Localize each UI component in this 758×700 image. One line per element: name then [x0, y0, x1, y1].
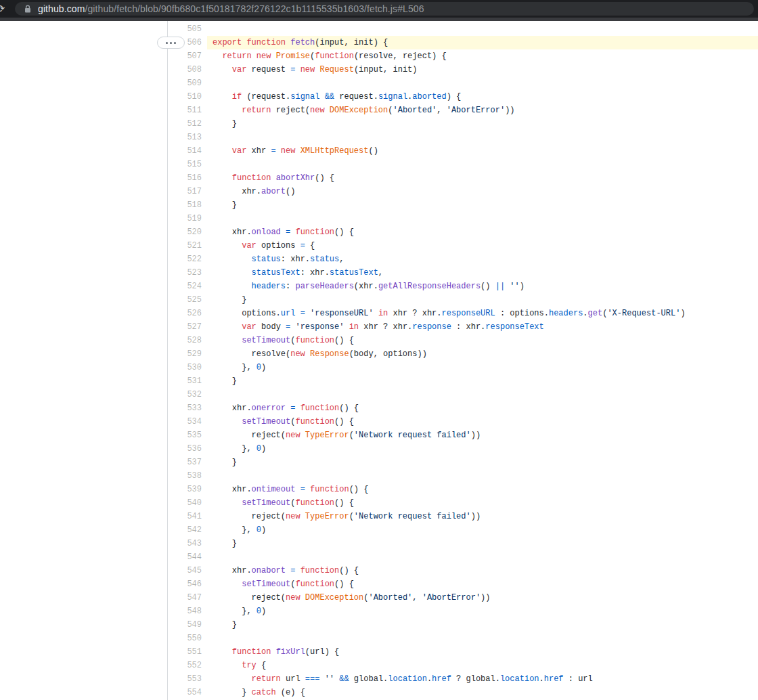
code-line: 538	[0, 469, 758, 483]
code-text: return url === '' && global.location.hre…	[207, 672, 758, 686]
line-number[interactable]: 544	[0, 550, 207, 564]
code-line: 523 statusText: xhr.statusText,	[0, 266, 758, 280]
line-number[interactable]: 521	[0, 239, 207, 253]
code-text: setTimeout(function() {	[207, 577, 758, 591]
code-text: reject(new DOMException('Aborted', 'Abor…	[207, 591, 758, 605]
line-number[interactable]: 545	[0, 564, 207, 577]
line-number[interactable]: 549	[0, 618, 207, 632]
line-number[interactable]: 517	[0, 185, 207, 198]
code-line: 524 headers: parseHeaders(xhr.getAllResp…	[0, 280, 758, 293]
line-number[interactable]: 538	[0, 469, 207, 483]
line-number[interactable]: 509	[0, 76, 207, 90]
line-number[interactable]: 532	[0, 388, 207, 401]
code-line: 522 status: xhr.status,	[0, 253, 758, 266]
line-number[interactable]: 511	[0, 104, 207, 117]
code-text	[207, 550, 758, 564]
code-text: xhr.abort()	[207, 185, 758, 198]
line-number[interactable]: 535	[0, 429, 207, 442]
line-number[interactable]: 516	[0, 171, 207, 185]
line-number[interactable]: 533	[0, 401, 207, 415]
line-number[interactable]: 523	[0, 266, 207, 280]
line-number[interactable]: 550	[0, 632, 207, 645]
line-number[interactable]: 543	[0, 537, 207, 550]
code-text: export function fetch(input, init) {	[207, 36, 758, 49]
page-content: 505506export function fetch(input, init)…	[0, 21, 758, 700]
code-text: xhr.onabort = function() {	[207, 564, 758, 577]
code-line: 510 if (request.signal && request.signal…	[0, 90, 758, 104]
line-number[interactable]: 541	[0, 510, 207, 523]
code-text: var request = new Request(input, init)	[207, 63, 758, 76]
code-text: try {	[207, 659, 758, 672]
code-line: 527 var body = 'response' in xhr ? xhr.r…	[0, 320, 758, 334]
line-number[interactable]: 527	[0, 320, 207, 334]
code-line: 548 }, 0)	[0, 605, 758, 618]
line-number[interactable]: 554	[0, 686, 207, 699]
line-number[interactable]: 512	[0, 117, 207, 131]
line-number[interactable]: 514	[0, 144, 207, 158]
code-text: function abortXhr() {	[207, 171, 758, 185]
line-number[interactable]: 515	[0, 158, 207, 171]
address-bar[interactable]: github.com/github/fetch/blob/90fb680c1f5…	[15, 2, 754, 16]
code-line: 525 }	[0, 293, 758, 307]
line-number[interactable]: 542	[0, 523, 207, 537]
line-number[interactable]: 507	[0, 49, 207, 63]
code-text	[207, 212, 758, 225]
code-text: return reject(new DOMException('Aborted'…	[207, 104, 758, 117]
code-line: 521 var options = {	[0, 239, 758, 253]
code-text	[207, 632, 758, 645]
code-text: }	[207, 198, 758, 212]
line-number[interactable]: 526	[0, 307, 207, 320]
line-number[interactable]: 520	[0, 225, 207, 239]
ellipsis-expander-button[interactable]	[157, 37, 185, 49]
line-number[interactable]: 510	[0, 90, 207, 104]
code-line: 532	[0, 388, 758, 401]
line-number[interactable]: 546	[0, 577, 207, 591]
line-number[interactable]: 548	[0, 605, 207, 618]
line-number[interactable]: 534	[0, 415, 207, 429]
code-text: headers: parseHeaders(xhr.getAllResponse…	[207, 280, 758, 293]
code-line: 508 var request = new Request(input, ini…	[0, 63, 758, 76]
line-number[interactable]: 552	[0, 659, 207, 672]
code-text	[207, 388, 758, 401]
line-number[interactable]: 525	[0, 293, 207, 307]
line-number[interactable]: 518	[0, 198, 207, 212]
code-line: 519	[0, 212, 758, 225]
code-line: 534 setTimeout(function() {	[0, 415, 758, 429]
code-line: 529 resolve(new Response(body, options))	[0, 347, 758, 361]
code-text: xhr.onload = function() {	[207, 225, 758, 239]
code-line: 507 return new Promise(function(resolve,…	[0, 49, 758, 63]
line-number[interactable]: 513	[0, 131, 207, 144]
line-number[interactable]: 531	[0, 374, 207, 388]
code-line: 542 }, 0)	[0, 523, 758, 537]
code-text	[207, 22, 758, 36]
code-line: 549 }	[0, 618, 758, 632]
line-number[interactable]: 505	[0, 22, 207, 36]
line-number[interactable]: 553	[0, 672, 207, 686]
line-number[interactable]: 519	[0, 212, 207, 225]
code-text	[207, 469, 758, 483]
code-line: 515	[0, 158, 758, 171]
line-number[interactable]: 529	[0, 347, 207, 361]
code-text: var xhr = new XMLHttpRequest()	[207, 144, 758, 158]
line-number[interactable]: 547	[0, 591, 207, 605]
code-text: options.url = 'responseURL' in xhr ? xhr…	[207, 307, 758, 320]
code-text: setTimeout(function() {	[207, 496, 758, 510]
code-line: 539 xhr.ontimeout = function() {	[0, 483, 758, 496]
line-number[interactable]: 537	[0, 456, 207, 469]
reload-icon[interactable]: ⟳	[0, 2, 7, 16]
code-line: 528 setTimeout(function() {	[0, 334, 758, 347]
line-number[interactable]: 524	[0, 280, 207, 293]
code-line: 544	[0, 550, 758, 564]
line-number[interactable]: 536	[0, 442, 207, 456]
line-number[interactable]: 528	[0, 334, 207, 347]
lock-icon	[23, 4, 32, 14]
line-number[interactable]: 530	[0, 361, 207, 374]
line-number[interactable]: 508	[0, 63, 207, 76]
line-number[interactable]: 522	[0, 253, 207, 266]
code-line: 543 }	[0, 537, 758, 550]
line-number[interactable]: 551	[0, 645, 207, 659]
line-number[interactable]: 540	[0, 496, 207, 510]
code-text: return new Promise(function(resolve, rej…	[207, 49, 758, 63]
code-line: 552 try {	[0, 659, 758, 672]
line-number[interactable]: 539	[0, 483, 207, 496]
